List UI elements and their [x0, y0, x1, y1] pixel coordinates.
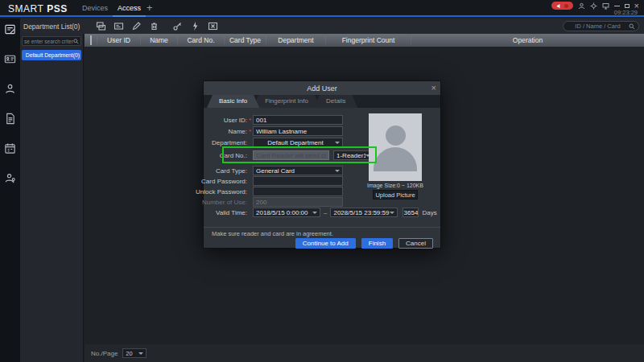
dropdown-arrow-icon: [390, 212, 394, 214]
delete-button[interactable]: [149, 21, 159, 31]
valid-time-row: Valid Time: 2018/5/15 0:00:00 – 2028/5/1…: [212, 208, 437, 217]
card-type-label: Card Type:: [212, 167, 247, 175]
department-search-box: [22, 36, 81, 46]
titlebar: SMARTPSS Devices Access + × 09:23:29: [0, 0, 644, 17]
new-tab-button[interactable]: +: [142, 0, 158, 17]
add-button[interactable]: [96, 21, 106, 31]
valid-from-select[interactable]: 2018/5/15 0:00:00: [253, 208, 320, 217]
card-type-select[interactable]: General Card: [253, 166, 343, 175]
column-header-card-type[interactable]: Card Type: [225, 36, 266, 44]
department-search-input[interactable]: [24, 39, 73, 44]
global-search-box: [563, 21, 639, 31]
required-marker: *: [247, 128, 253, 135]
dialog-note: Make sure reader and card are in agreeme…: [212, 230, 333, 237]
dialog-title: Add User: [307, 84, 337, 93]
department-icon: [23, 52, 24, 58]
number-of-use-label: Number of Use:: [212, 199, 247, 206]
export-button[interactable]: [208, 21, 218, 31]
card-password-field[interactable]: [253, 176, 343, 186]
card-password-row: Card Password:: [212, 176, 343, 186]
global-search-input[interactable]: [567, 23, 629, 30]
cancel-button[interactable]: Cancel: [398, 238, 433, 249]
department-row: Department: Default Department: [212, 138, 343, 147]
settings-gear-icon[interactable]: [590, 2, 597, 10]
tab-basic-info[interactable]: Basic Info: [207, 95, 259, 108]
department-tree-label: Default Department(0): [26, 52, 80, 58]
card-no-field[interactable]: [253, 150, 329, 160]
unlock-password-row: Unlock Password:: [212, 187, 343, 196]
tab-devices[interactable]: Devices: [77, 0, 113, 17]
card-no-label: Card No.:: [212, 152, 247, 159]
department-select[interactable]: Default Department: [253, 138, 343, 147]
unlock-password-field[interactable]: [253, 187, 343, 196]
department-panel-title: Department List(0): [23, 23, 80, 31]
batch-issue-button[interactable]: [190, 21, 200, 31]
reader-select[interactable]: 1-Reader1: [333, 150, 374, 160]
id-card-icon[interactable]: [0, 49, 20, 69]
department-panel: Default Department(0): [20, 34, 84, 362]
upload-picture-button[interactable]: Upload Picture: [373, 190, 418, 200]
console-icon[interactable]: [0, 19, 20, 39]
column-header-user-id[interactable]: User ID: [97, 36, 141, 44]
name-label: Name:: [212, 128, 247, 135]
column-header-name[interactable]: Name: [141, 36, 178, 44]
continue-to-add-button[interactable]: Continue to Add: [295, 238, 356, 249]
access-toolbar: Department List(0): [20, 19, 644, 34]
user-icon[interactable]: [0, 79, 20, 99]
key-button[interactable]: [172, 21, 183, 31]
required-marker: *: [247, 117, 253, 124]
user-id-field[interactable]: [253, 115, 343, 125]
network-monitor-icon[interactable]: [602, 2, 609, 10]
clock: 09:23:29: [614, 9, 638, 16]
calendar-icon[interactable]: [0, 138, 20, 158]
dropdown-arrow-icon: [138, 352, 143, 355]
image-size-hint: Image Size:0 ~ 120KB: [357, 183, 434, 188]
dialog-titlebar: Add User ×: [204, 81, 440, 95]
dialog-close-icon[interactable]: ×: [431, 83, 436, 93]
name-row: Name: *: [212, 126, 343, 136]
edit-button[interactable]: [131, 21, 142, 31]
tab-access[interactable]: Access: [113, 0, 146, 17]
card-password-label: Card Password:: [212, 178, 247, 185]
photo-placeholder: [369, 113, 422, 181]
per-page-value: 20: [126, 350, 132, 357]
range-dash: –: [324, 209, 327, 216]
user-permission-icon[interactable]: [0, 168, 20, 188]
toolbar-group-edit: [96, 21, 159, 31]
valid-to-select[interactable]: 2028/5/15 23:59:59: [330, 208, 398, 217]
column-header-card-no[interactable]: Card No.: [178, 36, 225, 44]
tab-fingerprint-info[interactable]: Fingerprint Info: [253, 95, 320, 108]
number-of-use-field: [253, 197, 343, 207]
app-logo-smart: SMART: [8, 3, 43, 14]
column-header-fingerprint-count[interactable]: Fingerprint Count: [326, 36, 411, 44]
card-type-row: Card Type: General Card: [212, 166, 343, 175]
days-field[interactable]: [402, 208, 419, 217]
user-id-row: User ID: *: [212, 115, 343, 125]
tab-details[interactable]: Details: [314, 95, 357, 108]
per-page-label: No./Page: [91, 350, 118, 357]
per-page-select[interactable]: 20: [122, 348, 147, 358]
card-no-row: Card No.: 1-Reader1: [212, 150, 374, 160]
valid-time-label: Valid Time:: [212, 209, 247, 216]
speaker-icon: [556, 3, 562, 9]
user-account-icon[interactable]: [578, 2, 585, 10]
column-header-operation[interactable]: Operation: [411, 36, 644, 44]
unlock-password-label: Unlock Password:: [212, 188, 247, 195]
dropdown-arrow-icon: [312, 212, 317, 214]
dropdown-arrow-icon: [335, 170, 340, 172]
dialog-divider: [204, 227, 440, 228]
dropdown-arrow-icon: [335, 142, 340, 144]
number-of-use-row: Number of Use:: [212, 197, 343, 207]
search-icon[interactable]: [629, 23, 635, 30]
log-icon[interactable]: [0, 109, 20, 129]
module-sidebar: [0, 19, 20, 362]
issue-card-button[interactable]: [114, 21, 124, 31]
search-icon: [73, 39, 79, 44]
name-field[interactable]: [253, 126, 343, 136]
finish-button[interactable]: Finish: [361, 238, 393, 249]
column-header-department[interactable]: Department: [266, 36, 326, 44]
select-all-checkbox[interactable]: [85, 36, 97, 44]
alarm-badge[interactable]: [551, 2, 573, 10]
department-label: Department:: [212, 139, 247, 146]
department-tree-item[interactable]: Default Department(0): [22, 50, 81, 60]
